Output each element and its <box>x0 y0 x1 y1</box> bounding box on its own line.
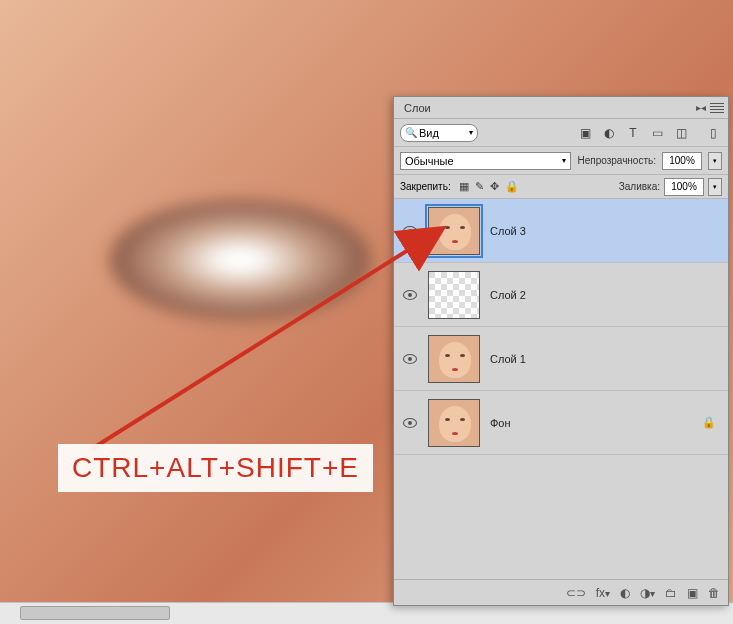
adjustment-layer-icon[interactable]: ◑▾ <box>640 586 655 600</box>
filter-pixel-icon[interactable]: ▣ <box>576 124 594 142</box>
panel-tabbar: Слои ▸◂ <box>394 97 728 119</box>
blend-opacity-row: Обычные ▾ Непрозрачность: 100% ▾ <box>394 147 728 175</box>
filter-toggle-icon[interactable]: ▯ <box>704 124 722 142</box>
layer-thumbnail[interactable] <box>428 399 480 447</box>
lock-fill-row: Закрепить: ▦ ✎ ✥ 🔒 Заливка: 100% ▾ <box>394 175 728 199</box>
layer-name-label[interactable]: Слой 2 <box>490 289 526 301</box>
lock-all-icon[interactable]: 🔒 <box>505 180 519 193</box>
layer-name-label[interactable]: Слой 1 <box>490 353 526 365</box>
layer-fx-icon[interactable]: fx▾ <box>596 586 610 600</box>
lock-label: Закрепить: <box>400 181 451 192</box>
blend-mode-select[interactable]: Обычные ▾ <box>400 152 571 170</box>
tab-layers[interactable]: Слои <box>394 99 441 117</box>
layer-row[interactable]: Слой 1 <box>394 327 728 391</box>
filter-smart-icon[interactable]: ◫ <box>672 124 690 142</box>
link-layers-icon[interactable]: ⊂⊃ <box>566 586 586 600</box>
fill-dropdown[interactable]: ▾ <box>708 178 722 196</box>
filter-type-icon[interactable]: T <box>624 124 642 142</box>
delete-layer-icon[interactable]: 🗑 <box>708 586 720 600</box>
fill-value[interactable]: 100% <box>664 178 704 196</box>
chevron-down-icon: ▾ <box>469 128 473 137</box>
lock-image-icon[interactable]: ✎ <box>475 180 484 193</box>
opacity-value[interactable]: 100% <box>662 152 702 170</box>
new-layer-icon[interactable]: ▣ <box>687 586 698 600</box>
layers-panel: Слои ▸◂ 🔍 Вид ▾ ▣ ◐ T ▭ ◫ ▯ Обычные ▾ Не… <box>393 96 729 606</box>
eye-icon <box>403 354 417 364</box>
eye-icon <box>403 418 417 428</box>
opacity-dropdown[interactable]: ▾ <box>708 152 722 170</box>
layer-name-label[interactable]: Слой 3 <box>490 225 526 237</box>
filter-shape-icon[interactable]: ▭ <box>648 124 666 142</box>
visibility-toggle[interactable] <box>402 287 418 303</box>
lock-transparent-icon[interactable]: ▦ <box>459 180 469 193</box>
keyboard-shortcut-annotation: CTRL+ALT+SHIFT+E <box>58 444 373 492</box>
layer-name-label[interactable]: Фон <box>490 417 511 429</box>
layer-row[interactable]: Слой 3 <box>394 199 728 263</box>
visibility-toggle[interactable] <box>402 351 418 367</box>
layer-thumbnail[interactable] <box>428 207 480 255</box>
layer-group-icon[interactable]: 🗀 <box>665 586 677 600</box>
image-content <box>110 200 370 320</box>
blend-mode-label: Обычные <box>405 155 454 167</box>
opacity-label: Непрозрачность: <box>577 155 656 166</box>
layer-row[interactable]: Слой 2 <box>394 263 728 327</box>
search-icon: 🔍 <box>405 127 417 138</box>
layer-mask-icon[interactable]: ◐ <box>620 586 630 600</box>
layer-thumbnail[interactable] <box>428 271 480 319</box>
visibility-toggle[interactable] <box>402 415 418 431</box>
lock-position-icon[interactable]: ✥ <box>490 180 499 193</box>
filter-kind-label: Вид <box>419 127 439 139</box>
lock-icon: 🔒 <box>702 416 716 429</box>
scrollbar-thumb[interactable] <box>20 606 170 620</box>
eye-icon <box>403 226 417 236</box>
panel-menu-icon[interactable] <box>710 102 724 114</box>
filter-kind-select[interactable]: 🔍 Вид ▾ <box>400 124 478 142</box>
layer-list: Слой 3Слой 2Слой 1Фон🔒 <box>394 199 728 579</box>
visibility-toggle[interactable] <box>402 223 418 239</box>
layer-filter-row: 🔍 Вид ▾ ▣ ◐ T ▭ ◫ ▯ <box>394 119 728 147</box>
chevron-down-icon: ▾ <box>562 156 566 165</box>
layer-row[interactable]: Фон🔒 <box>394 391 728 455</box>
fill-label: Заливка: <box>619 181 660 192</box>
panel-footer: ⊂⊃ fx▾ ◐ ◑▾ 🗀 ▣ 🗑 <box>394 579 728 605</box>
filter-adjustment-icon[interactable]: ◐ <box>600 124 618 142</box>
layer-thumbnail[interactable] <box>428 335 480 383</box>
collapse-arrows-icon[interactable]: ▸◂ <box>696 102 706 114</box>
eye-icon <box>403 290 417 300</box>
